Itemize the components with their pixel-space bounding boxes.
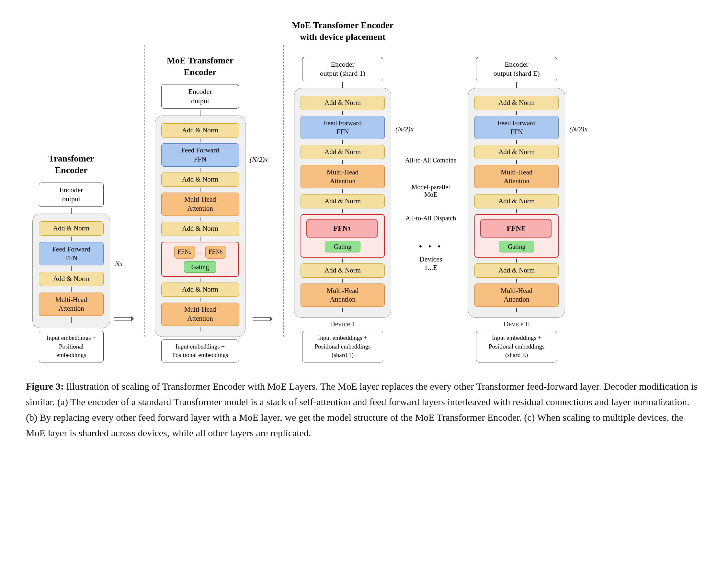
input-embed-3: Input embeddings +Positional embeddings(… [302,331,383,362]
ffn1-3: FFN₁ [306,220,378,238]
ffn-4: Feed ForwardFFN [474,116,559,139]
gating-2: Gating [184,261,216,273]
nx-label-1: Nx [115,260,123,268]
add-norm-moe-4: Add & Norm [474,194,559,209]
nx-label-4: (N/2)x [569,125,587,133]
arr [71,287,72,291]
mha-bot-4: Multi-HeadAttention [474,284,559,307]
add-norm-moe-2: Add & Norm [161,222,239,236]
moe-block-3: FFN₁ Gating [301,214,385,258]
model-parallel-label: Model-parallelMoE [412,184,450,199]
moe-block-2: FFN₁ ... FFNE Gating [161,242,239,277]
svg-marker-2 [131,316,134,322]
encoder-output-2: Encoderoutput [161,84,239,108]
add-norm-top-4: Add & Norm [474,96,559,110]
ffn-3: Feed ForwardFFN [301,116,385,139]
gating-3: Gating [325,241,360,253]
mha-top-2: Multi-HeadAttention [161,193,239,216]
devicee-label: Device E [504,320,530,328]
arr [71,237,72,241]
col-device1: MoE Transfomer Encoderwith device placem… [292,19,393,362]
nx-label-3: (N/2)x [395,125,414,133]
dots-devices: • • • [419,242,442,252]
mha-top-3: Multi-HeadAttention [301,165,385,188]
col-moe: MoE TransfomerEncoder Encoderoutput (N/2… [155,55,245,362]
arrow-col2-col3 [251,314,274,323]
add-norm-top-2: Add & Norm [161,123,239,138]
caption-text: Illustration of scaling of Transformer E… [26,381,698,438]
arrow-1a [71,208,72,214]
col1-title: TransfomerEncoder [49,153,94,176]
divider-2 [283,45,284,336]
add-norm-bot-2: Add & Norm [161,283,239,297]
svg-marker-5 [270,316,273,322]
encoder-output-1: Encoderoutput [39,183,104,207]
add-norm-top-3: Add & Norm [301,96,385,110]
moe-container: (N/2)x Add & Norm Feed ForwardFFN Add & … [155,116,245,337]
mha-bot-2: Multi-HeadAttention [161,302,239,326]
add-norm-mid-2: Add & Norm [161,173,239,187]
ffn-2: Feed ForwardFFN [161,143,239,167]
nx-label-2: (N/2)x [250,155,268,164]
combine-label: All-to-All Combine [405,157,456,164]
encoder-output-4: Encoderoutput (shard E) [476,57,557,81]
ffn1-2: FFN₁ [174,246,195,259]
col-devicee: Encoderoutput (shard E) (N/2)x Add & Nor… [468,56,565,362]
transformer-container: Nx Add & Norm Feed ForwardFFN Add & Norm… [32,214,110,328]
col2-title: MoE TransfomerEncoder [167,55,234,78]
add-norm-moe-3: Add & Norm [301,194,385,209]
figure-caption: Figure 3: Illustration of scaling of Tra… [26,379,702,441]
mha-top-4: Multi-HeadAttention [474,165,559,188]
encoder-output-3: Encoderoutput (shard 1) [302,57,383,81]
arr [200,110,200,116]
input-embed-1: Input embeddings +Positional embeddings [39,331,104,362]
input-embed-2: Input embeddings +Positional embeddings [161,339,239,362]
moe-block-4: FFNE Gating [474,214,559,258]
ffne-2: FFNE [205,246,226,259]
mha-1: Multi-HeadAttention [39,292,104,316]
add-norm-top-1: Add & Norm [39,221,104,236]
dispatch-label: All-to-All Dispatch [405,215,456,222]
device1-label: Device 1 [330,320,356,328]
add-norm-bot-4: Add & Norm [474,264,559,278]
gating-4: Gating [499,241,534,253]
add-norm-mid-1: Add & Norm [39,272,104,286]
ffn-1: Feed ForwardFFN [39,242,104,266]
input-embed-4: Input embeddings +Positional embeddings(… [476,331,557,362]
devices-label: Devices1...E [419,255,442,272]
add-norm-mid-4: Add & Norm [474,145,559,159]
add-norm-bot-3: Add & Norm [301,264,385,278]
add-norm-mid-3: Add & Norm [301,145,385,159]
arr [71,267,72,271]
all-to-all-area: All-to-All Combine Model-parallelMoE All… [395,163,466,272]
ffne-4: FFNE [480,220,552,238]
arr [71,317,72,323]
diagram-area: TransfomerEncoder Encoderoutput Nx Add &… [26,19,702,362]
arrow-col1-col2 [113,314,135,323]
divider-1 [144,45,145,336]
device1-container: (N/2)x Add & Norm Feed ForwardFFN Add & … [294,88,391,318]
mha-bot-3: Multi-HeadAttention [301,284,385,307]
col-transformer: TransfomerEncoder Encoderoutput Nx Add &… [32,153,110,362]
devicee-container: (N/2)x Add & Norm Feed ForwardFFN Add & … [468,88,565,318]
caption-label: Figure 3: [26,381,64,391]
dots-moe-2: ... [198,248,203,256]
col3-title: MoE Transfomer Encoderwith device placem… [292,19,393,43]
